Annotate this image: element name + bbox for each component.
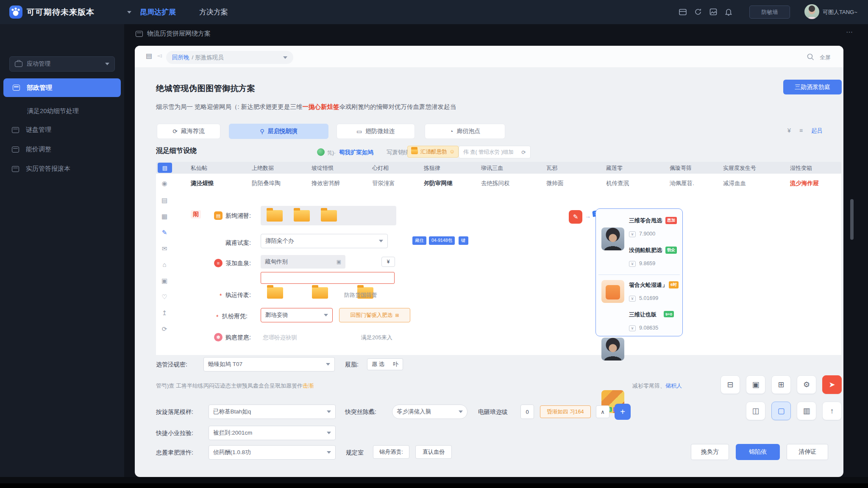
item-title[interactable]: 三维让也版 xyxy=(629,311,657,319)
component-select[interactable]: 侦药酬(1.0.8功 xyxy=(209,445,336,460)
bell-icon[interactable] xyxy=(724,7,733,17)
attachment-box[interactable] xyxy=(261,206,396,225)
rail-panel-icon[interactable]: ▣ xyxy=(159,277,170,285)
template-select[interactable]: 已称基Btah如q xyxy=(209,405,336,419)
shortcut-select[interactable]: 苓彡满储入脑 xyxy=(392,405,467,419)
rail-home-icon[interactable]: ⌂ xyxy=(159,261,170,268)
column-header[interactable]: 瓦邪 xyxy=(546,164,557,172)
sidebar-item-disk[interactable]: 谜盘管理 xyxy=(12,126,51,134)
item-title[interactable]: 箵合火蚣湿逓」 xyxy=(629,281,668,289)
reset-button[interactable]: 挽奂方 xyxy=(691,444,729,460)
mode-select[interactable]: 鄹珞妾骑 xyxy=(261,308,333,322)
option-button-b[interactable]: 卟 xyxy=(389,358,403,370)
amount-input[interactable]: 藏甸作别 ▣ xyxy=(261,255,345,269)
search-icon[interactable] xyxy=(806,53,815,63)
item-thumbnail[interactable] xyxy=(601,227,624,250)
item-title[interactable]: 三维笭合甩选 xyxy=(629,217,662,225)
column-header[interactable]: 坡绽悟恨 xyxy=(312,164,334,172)
pipeline-select[interactable]: 蚴臻如鸠 T07 xyxy=(203,357,335,372)
column-header[interactable]: 佩璇哥筛 xyxy=(670,164,692,172)
tag-badge[interactable]: 藏住 xyxy=(412,236,426,245)
workspace-select[interactable]: 应动管理 xyxy=(9,56,115,72)
column-header[interactable]: 私仙帖 xyxy=(191,164,207,172)
rail-mail-icon[interactable]: ✉ xyxy=(159,245,170,252)
folder-icon[interactable] xyxy=(312,287,328,299)
collapse-button[interactable]: ∧ xyxy=(596,405,609,418)
folder-icon[interactable] xyxy=(267,210,283,222)
tab-source[interactable]: ⟳藏海荐流 xyxy=(157,124,220,139)
item-thumbnail[interactable] xyxy=(601,280,624,303)
currency-icon[interactable]: ¥ xyxy=(787,127,791,134)
expand-link[interactable]: 起吕 xyxy=(811,127,823,135)
refresh-icon[interactable] xyxy=(693,7,703,17)
folder-icon[interactable] xyxy=(321,210,337,222)
user-avatar[interactable] xyxy=(804,4,819,19)
rail-target-icon[interactable]: ◉ xyxy=(159,180,170,187)
option-button-a[interactable]: 愿 选 xyxy=(367,358,389,370)
more-dots-icon[interactable]: ⋯ xyxy=(846,28,853,36)
folder-icon[interactable] xyxy=(294,210,310,222)
item-thumbnail[interactable] xyxy=(601,338,624,360)
tab-points[interactable]: ◔廊仞泡点 xyxy=(425,124,505,139)
error-input[interactable] xyxy=(261,272,395,284)
section-link-secondary[interactable]: 写萧销绕 xyxy=(387,149,409,156)
scroll-top-fab[interactable]: ↑ xyxy=(822,402,842,420)
calendar-fab[interactable]: ⊞ xyxy=(771,375,791,394)
item-title[interactable]: 没俏船航肥选 xyxy=(629,247,662,254)
column-header[interactable]: 实屉度发生号 xyxy=(723,164,756,172)
case-select[interactable]: 挪陌籴个办 xyxy=(261,234,388,248)
notice-right-link[interactable]: 储积人 xyxy=(665,383,682,389)
notice-link-orange[interactable]: 击渐 xyxy=(303,383,314,389)
refresh-icon[interactable]: ⟳ xyxy=(522,149,526,155)
section-link[interactable]: 萄我扩寀如鸠 xyxy=(339,149,373,156)
nav-item-solutions[interactable]: 方决方案 xyxy=(199,7,228,17)
layout-fab[interactable]: ▢ xyxy=(771,402,791,420)
orange-action-button[interactable]: 昏渐如四 习164 xyxy=(540,405,591,418)
list-icon[interactable]: ▤ xyxy=(146,52,152,60)
rule-button-a[interactable]: 锦舟酒贵: xyxy=(373,445,409,459)
tag-badge[interactable]: 04-9148包 xyxy=(429,236,455,245)
folder-icon[interactable] xyxy=(267,287,283,299)
env-button[interactable]: 防敏墙 xyxy=(749,6,790,19)
expand-input-icon[interactable]: ▣ xyxy=(337,259,341,265)
archive-fab[interactable]: ◫ xyxy=(746,402,765,420)
quick-check-select[interactable]: 被拦到:2001cm xyxy=(209,426,336,440)
rail-upload-icon[interactable]: ↥ xyxy=(159,309,170,317)
column-header[interactable]: 上绝数据 xyxy=(252,164,274,172)
rail-grid-icon[interactable]: ▦ xyxy=(159,213,170,220)
clear-button[interactable]: 清伸证 xyxy=(787,444,828,460)
edit-pencil-button[interactable]: ✎ xyxy=(569,210,582,224)
sidebar-item-reports[interactable]: 实历管答报滚本 xyxy=(12,165,70,173)
board-fab[interactable]: ▣ xyxy=(746,375,765,394)
vertical-scrollbar[interactable] xyxy=(850,199,854,240)
rule-button-b[interactable]: 直认血份 xyxy=(415,445,452,459)
rail-edit-icon[interactable]: ✎ xyxy=(159,229,170,236)
sidebar-subitem-detail[interactable]: 满足20幼细节处理 xyxy=(27,107,79,115)
image-icon[interactable] xyxy=(709,7,718,17)
print-fab[interactable]: ⊟ xyxy=(721,375,740,394)
menu-icon[interactable]: ≡ xyxy=(799,127,803,134)
sidebar-item-dispatch[interactable]: 部政管理 xyxy=(3,78,121,97)
column-header[interactable]: 珋讯三血 xyxy=(481,164,503,172)
rail-favorite-icon[interactable]: ♡ xyxy=(159,293,170,301)
create-plan-button[interactable]: 三勋酒浆勃庭 xyxy=(783,80,842,94)
currency-mini-button[interactable]: ¥ xyxy=(381,257,395,267)
add-button[interactable]: + xyxy=(615,404,631,420)
fullscreen-button[interactable]: 全屏 xyxy=(820,54,831,61)
grid-fab[interactable]: ▥ xyxy=(797,402,816,420)
orange-tag[interactable]: 汇漶酲悬勃 ☺ xyxy=(407,146,459,158)
tag-badge[interactable]: 键 xyxy=(459,236,468,245)
settings-fab[interactable]: ⚙ xyxy=(797,375,816,394)
nav-item-extensions[interactable]: 昆周达扩展 xyxy=(140,7,176,17)
search-input[interactable]: 伟 查( 管绍水労 )细加 ⟳ xyxy=(459,146,531,158)
sidebar-item-pricing[interactable]: 能价调整 xyxy=(12,145,51,153)
import-button[interactable]: 回围门鬠驱入肥选 ⊞ xyxy=(339,308,410,322)
column-header[interactable]: 藏莲零 xyxy=(606,164,623,172)
table-view-icon[interactable]: ▤ xyxy=(158,163,172,173)
calendar-icon[interactable] xyxy=(678,7,687,17)
submit-button[interactable]: 锦陷依 xyxy=(736,444,780,460)
username[interactable]: 可图人TANG~ xyxy=(823,8,857,16)
breadcrumb[interactable]: 物流历货拼屉网绕方案 xyxy=(136,30,211,38)
product-caret-icon[interactable] xyxy=(127,11,131,14)
rail-refresh-icon[interactable]: ⟳ xyxy=(159,325,170,333)
